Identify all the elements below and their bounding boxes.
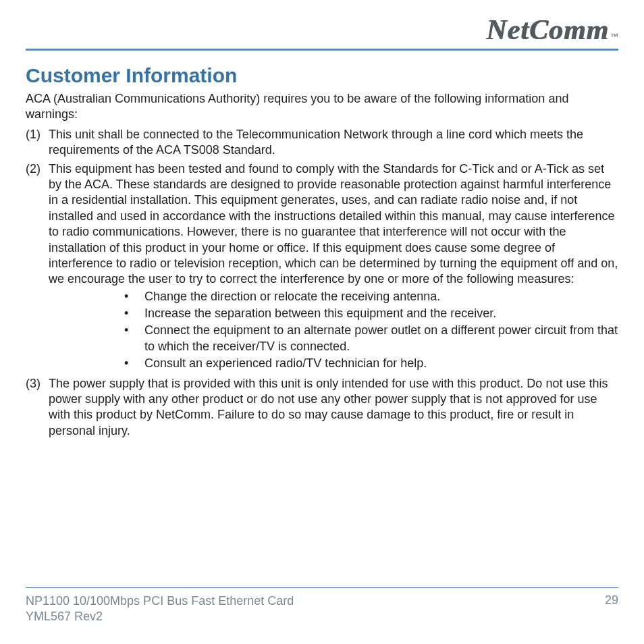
item-number: (3) — [26, 376, 49, 439]
warnings-list: (1) This unit shall be connected to the … — [26, 127, 618, 441]
item-number: (1) — [26, 127, 49, 159]
footer-left: NP1100 10/100Mbps PCI Bus Fast Ethernet … — [26, 593, 294, 624]
sub-item-text: Change the direction or relocate the rec… — [144, 289, 618, 304]
trademark-symbol: ™ — [610, 32, 618, 41]
page-heading: Customer Information — [26, 64, 618, 87]
brand-row: NetComm ™ — [26, 14, 618, 46]
sub-item: •Change the direction or relocate the re… — [122, 289, 618, 304]
sub-item: •Consult an experienced radio/TV technic… — [122, 356, 618, 371]
item-text: The power supply that is provided with t… — [49, 376, 618, 439]
page-number: 29 — [605, 593, 618, 608]
header-divider — [26, 49, 618, 51]
bullet-icon: • — [122, 306, 144, 321]
list-item: (3) The power supply that is provided wi… — [26, 376, 618, 439]
sub-item: •Connect the equipment to an alternate p… — [122, 323, 618, 354]
item-text: This equipment has been tested and found… — [49, 161, 618, 373]
footer-revision: YML567 Rev2 — [26, 609, 294, 624]
bullet-icon: • — [122, 289, 144, 304]
brand-logo: NetComm — [486, 14, 609, 46]
item-text: This unit shall be connected to the Tele… — [49, 127, 618, 159]
footer-divider — [26, 587, 618, 588]
sub-item-text: Increase the separation between this equ… — [144, 306, 618, 321]
sub-item-text: Connect the equipment to an alternate po… — [144, 323, 618, 354]
intro-paragraph: ACA (Australian Communications Authority… — [26, 91, 618, 123]
page-footer: NP1100 10/100Mbps PCI Bus Fast Ethernet … — [26, 593, 618, 624]
list-item: (1) This unit shall be connected to the … — [26, 127, 618, 159]
sub-item: •Increase the separation between this eq… — [122, 306, 618, 321]
item-text-body: This equipment has been tested and found… — [49, 162, 618, 286]
bullet-icon: • — [122, 323, 144, 354]
sub-item-text: Consult an experienced radio/TV technici… — [144, 356, 618, 371]
bullet-icon: • — [122, 356, 144, 371]
list-item: (2) This equipment has been tested and f… — [26, 161, 618, 373]
item-number: (2) — [26, 161, 49, 373]
sub-list: •Change the direction or relocate the re… — [122, 289, 618, 372]
content-spacer — [26, 441, 618, 587]
footer-product: NP1100 10/100Mbps PCI Bus Fast Ethernet … — [26, 593, 294, 609]
